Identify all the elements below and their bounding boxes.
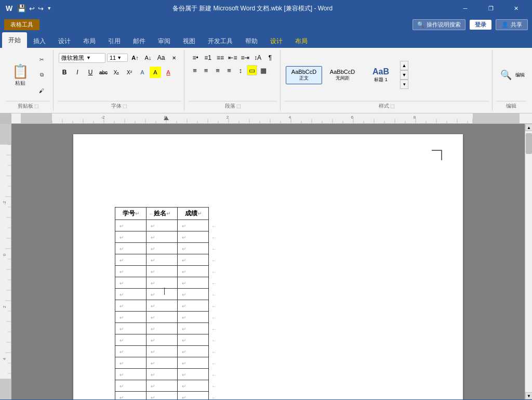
table-cell-7-1[interactable]: ↵ bbox=[147, 300, 178, 312]
clipboard-expand[interactable]: ⬚ bbox=[34, 104, 39, 109]
decrease-indent-button[interactable]: ⇤≡ bbox=[227, 52, 238, 63]
subscript-button[interactable]: X₂ bbox=[111, 67, 122, 78]
table-cell-8-0[interactable]: ↵ bbox=[115, 312, 147, 323]
scroll-up-button[interactable]: ▲ bbox=[525, 124, 532, 131]
italic-button[interactable]: I bbox=[72, 67, 83, 78]
paragraph-expand[interactable]: ⬚ bbox=[236, 104, 241, 109]
table-cell-10-2[interactable]: ↵← bbox=[178, 334, 209, 346]
table-cell-6-2[interactable]: ↵← bbox=[178, 289, 209, 300]
table-cell-7-2[interactable]: ↵← bbox=[178, 300, 209, 312]
bullets-button[interactable]: ≡• bbox=[190, 52, 201, 63]
table-cell-13-0[interactable]: ↵ bbox=[115, 369, 147, 380]
bold-button[interactable]: B bbox=[59, 67, 70, 78]
table-cell-4-2[interactable]: ↵← bbox=[178, 266, 209, 277]
tab-table-design[interactable]: 设计 bbox=[264, 34, 289, 48]
sort-button[interactable]: ↕A bbox=[252, 52, 263, 63]
align-left-button[interactable]: ≡ bbox=[190, 65, 200, 75]
header-xingming[interactable]: 姓名↵ bbox=[147, 208, 178, 220]
scroll-down-button[interactable]: ▼ bbox=[525, 392, 532, 399]
style-scroll-up[interactable]: ▲ bbox=[400, 61, 408, 70]
tab-table-layout[interactable]: 布局 bbox=[289, 34, 314, 48]
copy-button[interactable]: ⧉ bbox=[34, 68, 49, 82]
table-cell-1-1[interactable]: ↵ bbox=[147, 231, 178, 243]
table-cell-12-2[interactable]: ↵← bbox=[178, 357, 209, 369]
table-cell-4-1[interactable]: ↵ bbox=[147, 266, 178, 277]
justify-button[interactable]: ≡ bbox=[224, 65, 234, 75]
login-button[interactable]: 登录 bbox=[470, 20, 491, 30]
table-cell-12-1[interactable]: ↵ bbox=[147, 357, 178, 369]
table-cell-5-2[interactable]: ↵← bbox=[178, 277, 209, 289]
font-expand[interactable]: ⬚ bbox=[123, 104, 127, 109]
tab-mail[interactable]: 邮件 bbox=[127, 34, 152, 48]
search-box[interactable]: 🔍 操作说明搜索 bbox=[413, 19, 466, 30]
style-scroll-more[interactable]: ▾ bbox=[400, 80, 408, 89]
shrink-font-button[interactable]: A↓ bbox=[142, 52, 154, 63]
table-cell-9-0[interactable]: ↵ bbox=[115, 323, 147, 334]
tab-design[interactable]: 设计 bbox=[52, 34, 77, 48]
table-cell-2-0[interactable]: ↵ bbox=[115, 243, 147, 254]
table-cell-11-1[interactable]: ↵ bbox=[147, 346, 178, 357]
scroll-thumb[interactable] bbox=[526, 133, 532, 154]
table-cell-3-0[interactable]: ↵ bbox=[115, 254, 147, 266]
table-cell-4-0[interactable]: ↵ bbox=[115, 266, 147, 277]
quick-access-dropdown[interactable]: ▼ bbox=[47, 6, 51, 11]
table-cell-11-0[interactable]: ↵ bbox=[115, 346, 147, 357]
tab-help[interactable]: 帮助 bbox=[239, 34, 264, 48]
align-right-button[interactable]: ≡ bbox=[212, 65, 223, 75]
style-no-spacing[interactable]: AaBbCcD 无间距 bbox=[324, 66, 361, 84]
styles-expand[interactable]: ⬚ bbox=[390, 104, 395, 109]
font-color-button[interactable]: A bbox=[163, 67, 174, 78]
document-area[interactable]: 学号↵ ← 姓名↵ 成绩↵ ↵↵↵←↵↵↵←↵↵↵←↵↵↵←↵↵↵←↵↵↵←↵↵… bbox=[11, 124, 525, 399]
table-cell-8-2[interactable]: ↵← bbox=[178, 312, 209, 323]
table-cell-12-0[interactable]: ↵ bbox=[115, 357, 147, 369]
tab-layout[interactable]: 布局 bbox=[77, 34, 102, 48]
minimize-button[interactable]: ─ bbox=[454, 0, 477, 17]
tab-insert[interactable]: 插入 bbox=[27, 34, 52, 48]
show-marks-button[interactable]: ¶ bbox=[264, 52, 276, 63]
table-cell-6-1[interactable]: ↵ bbox=[147, 289, 178, 300]
table-cell-11-2[interactable]: ↵← bbox=[178, 346, 209, 357]
table-cell-8-1[interactable]: ↵ bbox=[147, 312, 178, 323]
table-cell-1-0[interactable]: ↵ bbox=[115, 231, 147, 243]
undo-icon[interactable]: ↩ bbox=[29, 5, 35, 12]
table-cell-2-1[interactable]: ↵ bbox=[147, 243, 178, 254]
header-chengji[interactable]: 成绩↵ bbox=[178, 208, 209, 220]
table-cell-13-1[interactable]: ↵ bbox=[147, 369, 178, 380]
table-cell-13-2[interactable]: ↵← bbox=[178, 369, 209, 380]
line-spacing-button[interactable]: ↕ bbox=[235, 65, 246, 75]
clear-format-button[interactable]: ✕ bbox=[168, 52, 180, 63]
table-cell-10-1[interactable]: ↵ bbox=[147, 334, 178, 346]
header-xuehao[interactable]: 学号↵ ← bbox=[115, 208, 147, 220]
scroll-track[interactable] bbox=[525, 131, 532, 392]
table-cell-9-2[interactable]: ↵← bbox=[178, 323, 209, 334]
underline-button[interactable]: U bbox=[85, 67, 96, 78]
increase-indent-button[interactable]: ≡⇥ bbox=[240, 52, 251, 63]
tab-review[interactable]: 审阅 bbox=[152, 34, 177, 48]
share-button[interactable]: 👤 共享 bbox=[496, 19, 528, 30]
table-cell-0-2[interactable]: ↵← bbox=[178, 220, 209, 231]
table-cell-7-0[interactable]: ↵ bbox=[115, 300, 147, 312]
font-size-selector[interactable]: 11 ▼ bbox=[107, 54, 128, 62]
style-scroll-down[interactable]: ▼ bbox=[400, 70, 408, 80]
format-painter-button[interactable]: 🖌 bbox=[34, 83, 49, 98]
table-cell-14-0[interactable]: ↵ bbox=[115, 380, 147, 392]
tab-view[interactable]: 视图 bbox=[177, 34, 202, 48]
multilevel-button[interactable]: ≡≡ bbox=[215, 52, 226, 63]
superscript-button[interactable]: X² bbox=[124, 67, 135, 78]
table-cell-9-1[interactable]: ↵ bbox=[147, 323, 178, 334]
shading-button[interactable]: ▭ bbox=[247, 65, 257, 75]
cut-button[interactable]: ✂ bbox=[34, 52, 49, 67]
table-cell-15-1[interactable]: ↵ bbox=[147, 392, 178, 400]
table-cell-3-2[interactable]: ↵← bbox=[178, 254, 209, 266]
table-cell-0-1[interactable]: ↵ bbox=[147, 220, 178, 231]
tab-reference[interactable]: 引用 bbox=[102, 34, 127, 48]
borders-button[interactable]: ▦ bbox=[258, 65, 269, 75]
table-cell-6-0[interactable]: ↵ bbox=[115, 289, 147, 300]
tab-developer[interactable]: 开发工具 bbox=[202, 34, 239, 48]
table-cell-15-0[interactable]: ↵ bbox=[115, 392, 147, 400]
table-cell-14-1[interactable]: ↵ bbox=[147, 380, 178, 392]
strikethrough-button[interactable]: abc bbox=[98, 67, 109, 78]
table-cell-10-0[interactable]: ↵ bbox=[115, 334, 147, 346]
grow-font-button[interactable]: A↑ bbox=[129, 52, 141, 63]
table-cell-2-2[interactable]: ↵← bbox=[178, 243, 209, 254]
